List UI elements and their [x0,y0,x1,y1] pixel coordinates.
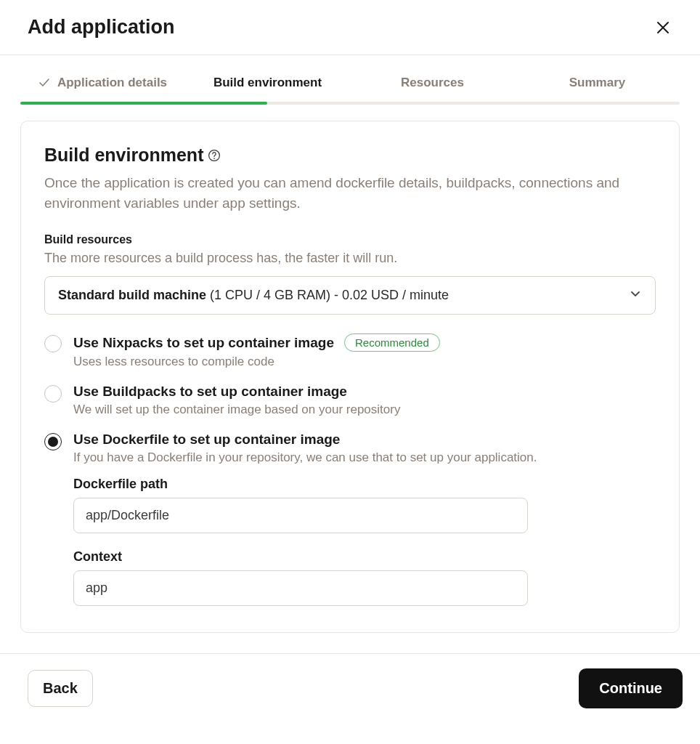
back-button[interactable]: Back [28,670,93,707]
radio-dot-icon [48,437,58,447]
modal-footer: Back Continue [0,653,700,723]
build-machine-select[interactable]: Standard build machine (1 CPU / 4 GB RAM… [44,276,656,315]
option-nixpacks[interactable]: Use Nixpacks to set up container image R… [44,333,656,369]
svg-point-1 [214,158,216,159]
select-value: Standard build machine (1 CPU / 4 GB RAM… [58,288,449,303]
section-heading-text: Build environment [44,145,203,166]
step-label: Build environment [213,76,322,90]
dockerfile-path-input[interactable] [73,498,528,533]
build-resources-heading: Build resources [44,233,656,246]
build-resources-desc: The more resources a build process has, … [44,251,656,266]
modal-title: Add application [28,16,175,39]
modal-header: Add application [0,0,700,55]
step-label: Application details [57,76,167,90]
section-heading: Build environment [44,145,221,166]
close-icon [656,25,670,36]
help-icon[interactable] [208,149,221,162]
dockerfile-fields: Dockerfile path Context [73,477,656,606]
step-resources[interactable]: Resources [350,76,515,103]
option-title: Use Nixpacks to set up container image [73,335,334,351]
step-build-environment[interactable]: Build environment [185,76,350,103]
select-main: Standard build machine [58,288,206,302]
option-title: Use Buildpacks to set up container image [73,384,347,400]
option-desc: If you have a Dockerfile in your reposit… [73,450,656,465]
option-desc: Uses less resources to compile code [73,355,656,369]
radio-dockerfile[interactable] [44,433,62,450]
context-label: Context [73,549,656,565]
recommended-badge: Recommended [344,333,440,352]
dockerfile-path-label: Dockerfile path [73,477,656,492]
context-input[interactable] [73,570,528,606]
option-title: Use Dockerfile to set up container image [73,432,340,448]
option-dockerfile[interactable]: Use Dockerfile to set up container image… [44,432,656,606]
option-buildpacks[interactable]: Use Buildpacks to set up container image… [44,384,656,417]
option-desc: We will set up the container image based… [73,403,656,417]
continue-button[interactable]: Continue [579,668,683,708]
step-label: Resources [401,76,464,90]
check-icon [38,77,50,89]
build-env-card: Build environment Once the application i… [20,121,680,633]
step-application-details[interactable]: Application details [20,76,185,103]
chevron-down-icon [629,287,642,304]
radio-buildpacks[interactable] [44,385,62,403]
select-detail: (1 CPU / 4 GB RAM) - 0.02 USD / minute [206,288,449,302]
step-label: Summary [569,76,625,90]
container-setup-group: Use Nixpacks to set up container image R… [44,333,656,606]
section-desc: Once the application is created you can … [44,173,656,213]
close-button[interactable] [654,18,672,37]
step-summary[interactable]: Summary [515,76,680,103]
stepper: Application details Build environment Re… [0,76,700,103]
radio-nixpacks[interactable] [44,335,62,352]
